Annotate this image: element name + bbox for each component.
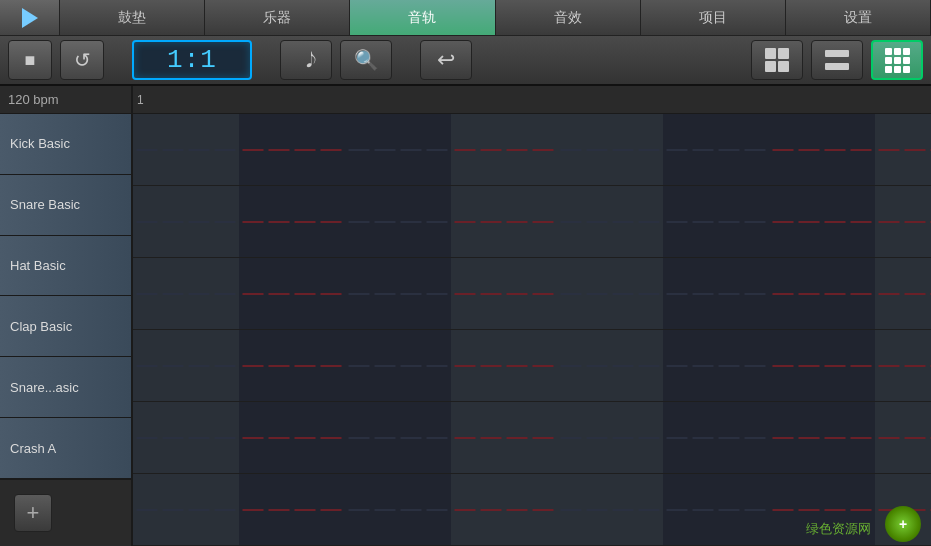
beat-cell[interactable] [798,149,820,151]
beat-cell[interactable] [798,221,820,223]
beat-cell[interactable] [480,149,502,151]
beat-cell[interactable] [666,221,688,223]
tab-tracks[interactable]: 音轨 [350,0,495,35]
beat-cell[interactable] [532,221,554,223]
beat-cell[interactable] [268,509,290,511]
beat-cell[interactable] [480,293,502,295]
beat-cell[interactable] [692,293,714,295]
metronome-button[interactable]: 𝅘𝅥𝅮 [280,40,332,80]
beat-cell[interactable] [426,221,448,223]
beat-cell[interactable] [454,437,476,439]
add-track-button[interactable]: + [14,494,52,532]
beat-cell[interactable] [666,437,688,439]
beat-cell[interactable] [532,509,554,511]
undo-button[interactable]: ↩ [420,40,472,80]
beat-cell[interactable] [136,437,158,439]
beat-cell[interactable] [532,149,554,151]
beat-cell[interactable] [904,293,926,295]
beat-cell[interactable] [426,293,448,295]
beat-cell[interactable] [214,221,236,223]
beat-cell[interactable] [798,509,820,511]
beat-cell[interactable] [904,221,926,223]
beat-cell[interactable] [188,437,210,439]
beat-cell[interactable] [188,293,210,295]
beat-cell[interactable] [188,365,210,367]
beat-cell[interactable] [560,149,582,151]
beat-cell[interactable] [666,365,688,367]
beat-cell[interactable] [480,437,502,439]
beat-cell[interactable] [692,509,714,511]
beat-cell[interactable] [214,437,236,439]
beat-cell[interactable] [878,437,900,439]
beat-cell[interactable] [586,149,608,151]
beat-cell[interactable] [850,293,872,295]
beat-cell[interactable] [320,365,342,367]
beat-cell[interactable] [824,509,846,511]
beat-cell[interactable] [506,149,528,151]
beat-cell[interactable] [744,293,766,295]
beat-cell[interactable] [320,221,342,223]
beat-cell[interactable] [242,149,264,151]
beat-cell[interactable] [214,365,236,367]
beat-cell[interactable] [188,509,210,511]
beat-cell[interactable] [586,509,608,511]
beat-cell[interactable] [612,437,634,439]
beat-cell[interactable] [824,221,846,223]
beat-cell[interactable] [850,221,872,223]
beat-cell[interactable] [744,221,766,223]
beat-cell[interactable] [136,221,158,223]
beat-cell[interactable] [850,509,872,511]
beat-cell[interactable] [294,437,316,439]
beat-cell[interactable] [294,365,316,367]
beat-cell[interactable] [348,509,370,511]
beat-cell[interactable] [586,365,608,367]
beat-cell[interactable] [162,149,184,151]
beat-cell[interactable] [320,293,342,295]
grid-view-button-2[interactable] [811,40,863,80]
beat-cell[interactable] [612,221,634,223]
beat-cell[interactable] [638,437,660,439]
stop-button[interactable]: ■ [8,40,52,80]
beat-cell[interactable] [162,437,184,439]
beat-cell[interactable] [560,509,582,511]
beat-cell[interactable] [426,365,448,367]
beat-cell[interactable] [348,221,370,223]
tab-instruments[interactable]: 乐器 [205,0,350,35]
beat-cell[interactable] [426,509,448,511]
beat-cell[interactable] [374,365,396,367]
beat-cell[interactable] [560,437,582,439]
beat-cell[interactable] [798,437,820,439]
beat-cell[interactable] [506,221,528,223]
tab-project[interactable]: 项目 [641,0,786,35]
beat-cell[interactable] [586,221,608,223]
beat-cell[interactable] [454,221,476,223]
beat-cell[interactable] [904,365,926,367]
beat-cell[interactable] [480,365,502,367]
beat-cell[interactable] [772,221,794,223]
tab-drums[interactable]: 鼓垫 [60,0,205,35]
beat-cell[interactable] [744,509,766,511]
beat-cell[interactable] [348,293,370,295]
beat-cell[interactable] [400,365,422,367]
beat-cell[interactable] [744,365,766,367]
beat-cell[interactable] [242,221,264,223]
beat-cell[interactable] [772,437,794,439]
beat-cell[interactable] [744,437,766,439]
play-button[interactable] [0,0,60,35]
beat-cell[interactable] [320,509,342,511]
beat-cell[interactable] [480,509,502,511]
beat-cell[interactable] [718,437,740,439]
loop-button[interactable]: ↺ [60,40,104,80]
beat-cell[interactable] [214,149,236,151]
beat-cell[interactable] [772,509,794,511]
beat-cell[interactable] [506,365,528,367]
beat-cell[interactable] [718,149,740,151]
beat-cell[interactable] [638,509,660,511]
beat-cell[interactable] [294,221,316,223]
beat-cell[interactable] [374,149,396,151]
beat-cell[interactable] [506,293,528,295]
beat-cell[interactable] [850,149,872,151]
beat-cell[interactable] [878,221,900,223]
beat-cell[interactable] [612,293,634,295]
beat-cell[interactable] [878,293,900,295]
